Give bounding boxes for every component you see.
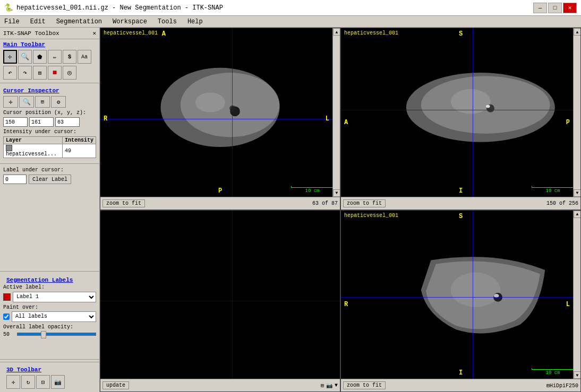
insp-settings[interactable]: ⚙ (51, 96, 66, 108)
vp-br-orient-top: S (459, 213, 463, 220)
scroll-up-tr[interactable]: ▲ (574, 28, 581, 36)
vp-br-orient-left: R (344, 301, 348, 308)
toolbar-3d: 3D Toolbar ✛ ↻ ⊡ 📷 (0, 362, 99, 392)
liver-svg-tl (100, 28, 340, 197)
tool-3d-crosshair[interactable]: ✛ (6, 375, 20, 389)
viewport-top-right[interactable]: hepaticvessel_001 S I A P (340, 28, 581, 210)
viewport-grid: hepaticvessel_001 A P R L (100, 28, 581, 392)
opacity-slider[interactable] (17, 333, 96, 336)
crosshair-v-bl (232, 211, 233, 379)
scale-bar-tr: 10 cm (532, 186, 574, 194)
maximize-button[interactable]: □ (548, 3, 562, 13)
col-intensity: Intensity (62, 137, 96, 144)
vp-status-tr: zoom to fit 150 of 256 (341, 197, 580, 210)
layer-name: hepaticvessel... (4, 144, 63, 158)
main-toolbar-label: Main Toolbar (0, 39, 99, 49)
tool-zoom[interactable]: 🔍 (18, 50, 32, 64)
vp-status-bl: update ⊞ 📷 ▼ (100, 379, 340, 391)
tool-polygon[interactable]: ⬟ (33, 50, 47, 64)
label-cursor-label: Label under cursor: (3, 167, 96, 173)
crosshair-h-tr (341, 110, 580, 110)
vp-br-orient-bottom: I (459, 369, 463, 377)
scroll-down-tl[interactable]: ▼ (333, 189, 340, 197)
paint-over-checkbox[interactable] (3, 313, 10, 320)
vp-status-tl: zoom to fit 63 of 87 (100, 197, 340, 210)
opacity-value: 50 (3, 332, 15, 337)
cursor-z-input[interactable] (55, 117, 80, 127)
cursor-x-input[interactable] (3, 117, 28, 127)
label-value-input[interactable] (3, 175, 27, 184)
paint-over-dropdown[interactable]: All labels (12, 311, 96, 322)
vp-tr-orient-right: P (566, 119, 570, 126)
menu-edit[interactable]: Edit (28, 17, 48, 27)
label-color-swatch (3, 293, 11, 301)
tool-redo[interactable]: ↷ (18, 66, 32, 80)
scale-bar-tl: 10 cm (291, 186, 334, 194)
vp-scrollbar-br[interactable]: ▲ ▼ (573, 211, 580, 379)
vp-tr-orient-left: A (344, 119, 348, 126)
bl-icon2[interactable]: 📷 (326, 382, 332, 389)
zoom-fit-bl[interactable]: update (102, 381, 129, 389)
tool-3d-mesh[interactable]: ⊡ (36, 375, 50, 389)
close-button[interactable]: ✕ (563, 3, 577, 13)
scroll-up-br[interactable]: ▲ (574, 211, 581, 218)
minimize-button[interactable]: — (533, 3, 547, 13)
vp-tr-label: hepaticvessel_001 (344, 30, 398, 36)
menu-segmentation[interactable]: Segmentation (54, 17, 104, 27)
crosshair-v-tr (473, 28, 473, 197)
scroll-up-tl[interactable]: ▲ (333, 28, 340, 36)
tool-3d-rotate[interactable]: ↻ (21, 375, 35, 389)
menu-workspace[interactable]: Workspace (110, 17, 149, 27)
cursor-y-input[interactable] (29, 117, 54, 127)
menu-help[interactable]: Help (185, 17, 205, 27)
layer-color-swatch (6, 145, 12, 151)
intensity-row: hepaticvessel... 49 (4, 144, 96, 158)
window-title: hepaticvessel_001.nii.gz - New Segmentat… (16, 4, 223, 12)
menu-tools[interactable]: Tools (156, 17, 179, 27)
bl-icon3[interactable]: ▼ (335, 382, 338, 389)
bl-icon1[interactable]: ⊞ (321, 382, 324, 389)
tool-paint[interactable]: ✏ (48, 50, 62, 64)
tool-red-square[interactable]: ■ (48, 66, 62, 80)
menu-file[interactable]: File (2, 17, 22, 27)
tool-3d-snapshot[interactable]: 📷 (51, 375, 65, 389)
clear-label-button[interactable]: Clear Label (29, 175, 71, 184)
scroll-down-tr[interactable]: ▼ (574, 189, 581, 197)
toolbar-3d-label: 3D Toolbar (3, 364, 96, 374)
active-label-row: Label 1 (3, 292, 96, 302)
viewport-bottom-left[interactable]: update ⊞ 📷 ▼ (100, 210, 340, 393)
title-bar-left: 🐍 hepaticvessel_001.nii.gz - New Segment… (4, 3, 223, 12)
tool-layers[interactable]: ⊞ (33, 66, 47, 80)
tool-colorwheel[interactable]: ◎ (63, 66, 76, 80)
active-label-dropdown[interactable]: Label 1 (13, 292, 96, 302)
toolbox-close-icon[interactable]: ✕ (92, 30, 96, 37)
toolbar-3d-row: ✛ ↻ ⊡ 📷 (3, 374, 96, 390)
vp-scrollbar-tl[interactable]: ▲ ▼ (332, 28, 340, 197)
viewport-top-left[interactable]: hepaticvessel_001 A P R L (100, 28, 340, 210)
tool-crosshair[interactable]: ✛ (3, 50, 17, 64)
viewport-bottom-right[interactable]: hepaticvessel_001 S I R L (340, 210, 581, 393)
tool-undo[interactable]: ↶ (3, 66, 17, 80)
vp-tl-orient-left: R (104, 115, 107, 123)
zoom-fit-tl[interactable]: zoom to fit (102, 199, 145, 207)
zoom-fit-br[interactable]: zoom to fit (343, 381, 386, 389)
intensity-table: Layer Intensity hepaticvessel... 49 (3, 136, 96, 158)
insp-grid[interactable]: ⊞ (35, 96, 50, 108)
paint-over-select: All labels (3, 311, 96, 322)
insp-crosshair[interactable]: ✛ (3, 96, 18, 108)
tool-snake[interactable]: $ (63, 50, 76, 64)
inspector-tools: ✛ 🔍 ⊞ ⚙ (3, 96, 96, 108)
tool-text[interactable]: Aa (78, 50, 91, 64)
insp-zoom[interactable]: 🔍 (19, 96, 34, 108)
vp-tl-orient-right: L (326, 115, 329, 123)
slider-thumb (41, 331, 46, 338)
svg-point-1 (181, 73, 280, 137)
vp-scrollbar-tr[interactable]: ▲ ▼ (573, 28, 580, 197)
opacity-row: 50 (3, 332, 96, 337)
scroll-down-br[interactable]: ▼ (574, 371, 581, 379)
viewport-area: hepaticvessel_001 A P R L (100, 28, 581, 392)
zoom-fit-tr[interactable]: zoom to fit (343, 199, 386, 207)
toolbox-title: ITK-SNAP Toolbox (3, 30, 59, 37)
slice-info-tl: 63 of 87 (312, 201, 338, 206)
active-label-text: Active label: (3, 284, 96, 290)
